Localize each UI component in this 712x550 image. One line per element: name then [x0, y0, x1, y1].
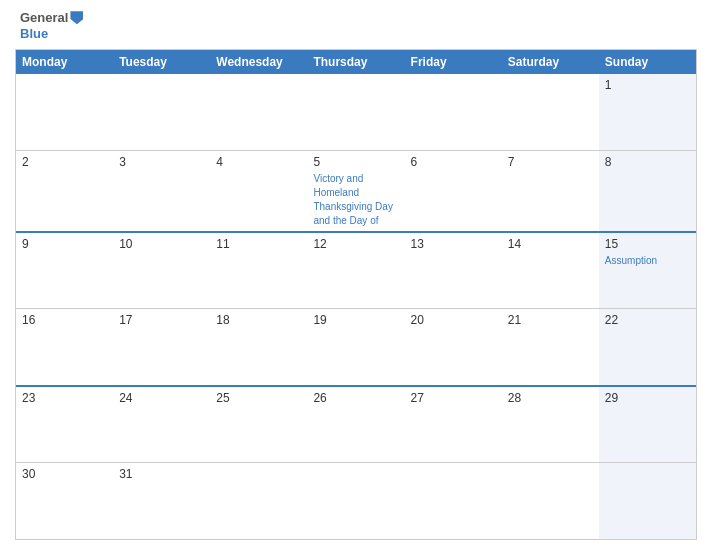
calendar-cell — [599, 463, 696, 539]
calendar-row-4: 23242526272829 — [16, 385, 696, 463]
calendar-row-1: 2345Victory and Homeland Thanksgiving Da… — [16, 150, 696, 231]
calendar-cell: 30 — [16, 463, 113, 539]
calendar-cell — [16, 74, 113, 150]
cell-event: Assumption — [605, 255, 657, 266]
cell-date: 22 — [605, 313, 690, 327]
calendar-cell: 15Assumption — [599, 233, 696, 309]
logo-flag-icon — [70, 11, 83, 24]
cell-date: 7 — [508, 155, 593, 169]
calendar-cell: 24 — [113, 387, 210, 463]
calendar-cell: 29 — [599, 387, 696, 463]
cell-date: 11 — [216, 237, 301, 251]
cell-date: 4 — [216, 155, 301, 169]
weekday-header-friday: Friday — [405, 50, 502, 74]
cell-date: 12 — [313, 237, 398, 251]
cell-date: 6 — [411, 155, 496, 169]
logo-blue: Blue — [20, 26, 83, 42]
calendar-cell: 17 — [113, 309, 210, 385]
calendar-cell: 26 — [307, 387, 404, 463]
calendar-cell — [307, 74, 404, 150]
calendar-cell: 23 — [16, 387, 113, 463]
calendar-cell: 13 — [405, 233, 502, 309]
calendar-cell: 11 — [210, 233, 307, 309]
calendar-cell: 10 — [113, 233, 210, 309]
calendar-cell: 12 — [307, 233, 404, 309]
calendar-cell: 3 — [113, 151, 210, 231]
weekday-header-monday: Monday — [16, 50, 113, 74]
calendar-cell — [502, 463, 599, 539]
calendar-cell: 5Victory and Homeland Thanksgiving Day a… — [307, 151, 404, 231]
cell-date: 17 — [119, 313, 204, 327]
calendar-body: 12345Victory and Homeland Thanksgiving D… — [16, 74, 696, 539]
cell-date: 20 — [411, 313, 496, 327]
calendar-row-0: 1 — [16, 74, 696, 150]
calendar-row-2: 9101112131415Assumption — [16, 231, 696, 309]
calendar-cell: 14 — [502, 233, 599, 309]
cell-date: 21 — [508, 313, 593, 327]
calendar-cell: 18 — [210, 309, 307, 385]
weekday-header-thursday: Thursday — [307, 50, 404, 74]
calendar-cell: 21 — [502, 309, 599, 385]
cell-date: 8 — [605, 155, 690, 169]
cell-date: 29 — [605, 391, 690, 405]
cell-date: 9 — [22, 237, 107, 251]
calendar-cell: 19 — [307, 309, 404, 385]
cell-date: 30 — [22, 467, 107, 481]
calendar-cell — [405, 74, 502, 150]
calendar-header: MondayTuesdayWednesdayThursdayFridaySatu… — [16, 50, 696, 74]
cell-date: 25 — [216, 391, 301, 405]
cell-date: 27 — [411, 391, 496, 405]
calendar-cell — [210, 74, 307, 150]
calendar-cell: 7 — [502, 151, 599, 231]
calendar-cell — [405, 463, 502, 539]
cell-date: 2 — [22, 155, 107, 169]
calendar-cell: 22 — [599, 309, 696, 385]
calendar-cell: 27 — [405, 387, 502, 463]
calendar-cell: 28 — [502, 387, 599, 463]
calendar-row-5: 3031 — [16, 462, 696, 539]
calendar-cell: 1 — [599, 74, 696, 150]
cell-date: 16 — [22, 313, 107, 327]
calendar-cell: 4 — [210, 151, 307, 231]
cell-date: 14 — [508, 237, 593, 251]
calendar-cell: 2 — [16, 151, 113, 231]
cell-date: 15 — [605, 237, 690, 251]
cell-date: 31 — [119, 467, 204, 481]
cell-date: 28 — [508, 391, 593, 405]
cell-event: Victory and Homeland Thanksgiving Day an… — [313, 173, 392, 226]
cell-date: 5 — [313, 155, 398, 169]
weekday-header-tuesday: Tuesday — [113, 50, 210, 74]
cell-date: 26 — [313, 391, 398, 405]
calendar-cell — [210, 463, 307, 539]
weekday-header-saturday: Saturday — [502, 50, 599, 74]
weekday-header-sunday: Sunday — [599, 50, 696, 74]
weekday-header-wednesday: Wednesday — [210, 50, 307, 74]
cell-date: 3 — [119, 155, 204, 169]
logo-general: General — [20, 10, 68, 26]
cell-date: 19 — [313, 313, 398, 327]
logo: General Blue — [20, 10, 83, 41]
cell-date: 10 — [119, 237, 204, 251]
calendar: MondayTuesdayWednesdayThursdayFridaySatu… — [15, 49, 697, 540]
cell-date: 13 — [411, 237, 496, 251]
page: General Blue MondayTuesdayWednesdayThurs… — [0, 0, 712, 550]
cell-date: 1 — [605, 78, 690, 92]
calendar-cell — [307, 463, 404, 539]
calendar-row-3: 16171819202122 — [16, 308, 696, 385]
calendar-cell: 31 — [113, 463, 210, 539]
calendar-cell: 9 — [16, 233, 113, 309]
calendar-cell — [113, 74, 210, 150]
cell-date: 18 — [216, 313, 301, 327]
calendar-cell: 20 — [405, 309, 502, 385]
calendar-cell: 8 — [599, 151, 696, 231]
calendar-cell — [502, 74, 599, 150]
calendar-cell: 25 — [210, 387, 307, 463]
header: General Blue — [15, 10, 697, 41]
calendar-cell: 16 — [16, 309, 113, 385]
calendar-cell: 6 — [405, 151, 502, 231]
cell-date: 24 — [119, 391, 204, 405]
cell-date: 23 — [22, 391, 107, 405]
